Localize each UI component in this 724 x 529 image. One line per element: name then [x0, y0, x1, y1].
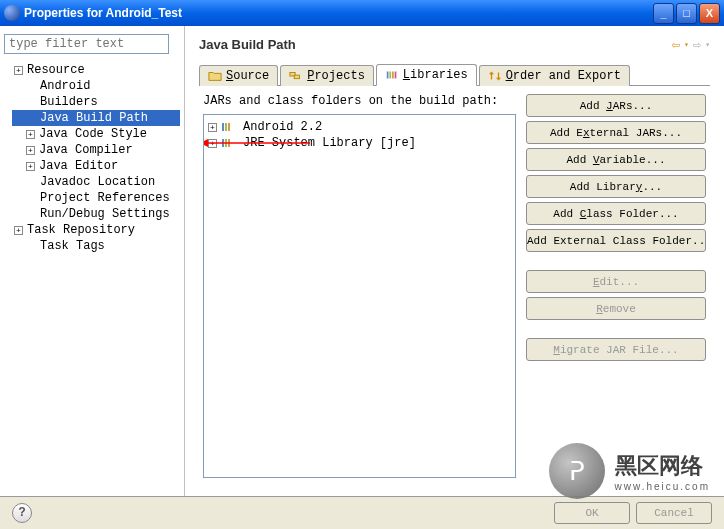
eclipse-icon	[4, 5, 20, 21]
add-variable-button[interactable]: Add Variable...	[526, 148, 706, 171]
expand-icon[interactable]: +	[208, 139, 217, 148]
library-icon	[385, 69, 399, 81]
nav-item-java-code-style[interactable]: +Java Code Style	[12, 126, 180, 142]
library-stack-icon	[221, 137, 239, 149]
nav-item-java-build-path[interactable]: Java Build Path	[12, 110, 180, 126]
nav-item-java-compiler[interactable]: +Java Compiler	[12, 142, 180, 158]
watermark-url: www.heicu.com	[615, 481, 710, 492]
watermark-text: 黑区网络	[615, 451, 710, 481]
content-pane: Java Build Path ⇦▾ ⇨▾ Source Projects Li…	[185, 26, 724, 496]
nav-item-resource[interactable]: +Resource	[12, 62, 180, 78]
projects-icon	[289, 70, 303, 82]
svg-rect-10	[225, 139, 227, 147]
svg-rect-1	[294, 75, 299, 79]
expand-icon[interactable]: +	[26, 146, 35, 155]
ok-button[interactable]: OK	[554, 502, 630, 524]
forward-button[interactable]: ⇨	[691, 36, 703, 53]
watermark-logo-icon: ᕈ	[549, 443, 605, 499]
library-label: JRE System Library [jre]	[243, 136, 416, 150]
nav-history: ⇦▾ ⇨▾	[669, 36, 710, 53]
help-icon[interactable]: ?	[12, 503, 32, 523]
add-jars-button[interactable]: Add JARs...	[526, 94, 706, 117]
svg-rect-9	[222, 139, 224, 147]
nav-item-task-tags[interactable]: Task Tags	[12, 238, 180, 254]
tab-label: Projects	[307, 69, 365, 83]
tab-bar: Source Projects Libraries Order and Expo…	[199, 63, 710, 86]
svg-rect-4	[392, 72, 394, 79]
add-external-class-folder-button[interactable]: Add External Class Folder...	[526, 229, 706, 252]
nav-item-java-editor[interactable]: +Java Editor	[12, 158, 180, 174]
window-title: Properties for Android_Test	[24, 6, 653, 20]
add-library-button[interactable]: Add Library...	[526, 175, 706, 198]
maximize-button[interactable]: □	[676, 3, 697, 24]
tab-label: Order and Export	[506, 69, 621, 83]
svg-rect-2	[387, 72, 389, 79]
action-buttons: Add JARs... Add External JARs... Add Var…	[526, 94, 706, 478]
edit-button[interactable]: Edit...	[526, 270, 706, 293]
add-class-folder-button[interactable]: Add Class Folder...	[526, 202, 706, 225]
nav-item-builders[interactable]: Builders	[12, 94, 180, 110]
folder-icon	[208, 70, 222, 82]
close-button[interactable]: X	[699, 3, 720, 24]
dialog-footer: ? OK Cancel	[0, 497, 724, 529]
library-stack-icon	[221, 121, 239, 133]
svg-rect-11	[228, 139, 230, 147]
migrate-jar-button[interactable]: Migrate JAR File...	[526, 338, 706, 361]
tab-source[interactable]: Source	[199, 65, 278, 86]
nav-item-javadoc-location[interactable]: Javadoc Location	[12, 174, 180, 190]
window-controls: _ □ X	[653, 3, 720, 24]
svg-rect-7	[225, 123, 227, 131]
back-button[interactable]: ⇦	[669, 36, 681, 53]
add-external-jars-button[interactable]: Add External JARs...	[526, 121, 706, 144]
watermark: ᕈ 黑区网络 www.heicu.com	[549, 443, 710, 499]
library-row[interactable]: + JRE System Library [jre]	[208, 135, 511, 151]
nav-item-run-debug-settings[interactable]: Run/Debug Settings	[12, 206, 180, 222]
tab-libraries[interactable]: Libraries	[376, 64, 477, 86]
tab-projects[interactable]: Projects	[280, 65, 374, 86]
expand-icon[interactable]: +	[208, 123, 217, 132]
nav-item-android[interactable]: Android	[12, 78, 180, 94]
tab-label: Source	[226, 69, 269, 83]
libraries-description: JARs and class folders on the build path…	[203, 94, 516, 108]
expand-icon[interactable]: +	[26, 130, 35, 139]
order-icon	[488, 70, 502, 82]
tab-label: Libraries	[403, 68, 468, 82]
expand-icon[interactable]: +	[14, 226, 23, 235]
page-title: Java Build Path	[199, 37, 296, 52]
tab-order-export[interactable]: Order and Export	[479, 65, 630, 86]
svg-rect-8	[228, 123, 230, 131]
minimize-button[interactable]: _	[653, 3, 674, 24]
nav-item-task-repository[interactable]: +Task Repository	[12, 222, 180, 238]
filter-input[interactable]	[4, 34, 169, 54]
libraries-tree[interactable]: + Android 2.2 + JRE System Library [jre]	[203, 114, 516, 478]
expand-icon[interactable]: +	[14, 66, 23, 75]
cancel-button[interactable]: Cancel	[636, 502, 712, 524]
expand-icon[interactable]: +	[26, 162, 35, 171]
svg-rect-5	[394, 72, 396, 79]
nav-item-project-references[interactable]: Project References	[12, 190, 180, 206]
remove-button[interactable]: Remove	[526, 297, 706, 320]
svg-rect-3	[389, 72, 391, 79]
nav-sidebar: +Resource Android Builders Java Build Pa…	[0, 26, 185, 496]
titlebar: Properties for Android_Test _ □ X	[0, 0, 724, 26]
library-row[interactable]: + Android 2.2	[208, 119, 511, 135]
library-label: Android 2.2	[243, 120, 322, 134]
nav-tree: +Resource Android Builders Java Build Pa…	[4, 62, 180, 254]
svg-rect-6	[222, 123, 224, 131]
